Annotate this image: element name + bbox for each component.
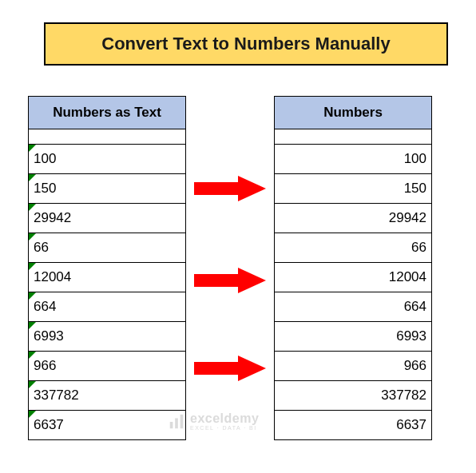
text-column: Numbers as Text 100 150 29942 66 12004 6… [28,96,186,440]
watermark-sub: EXCEL · DATA · BI [190,425,259,431]
page-title: Convert Text to Numbers Manually [44,22,448,66]
spacer [274,129,432,144]
arrow-right-icon [194,268,266,293]
number-column-header: Numbers [274,96,432,129]
text-cell[interactable]: 6637 [28,411,186,440]
text-cell[interactable]: 966 [28,352,186,381]
watermark: exceldemy EXCEL · DATA · BI [168,412,259,431]
text-cell[interactable]: 6993 [28,322,186,352]
number-cell[interactable]: 6637 [274,411,432,440]
text-cell[interactable]: 150 [28,174,186,204]
number-cell[interactable]: 12004 [274,263,432,292]
number-cell[interactable]: 664 [274,292,432,322]
text-cell[interactable]: 337782 [28,381,186,411]
text-column-header: Numbers as Text [28,96,186,129]
text-cell[interactable]: 66 [28,233,186,263]
arrow-right-icon [194,176,266,201]
text-cell[interactable]: 664 [28,292,186,322]
text-cell[interactable]: 29942 [28,204,186,233]
columns-wrap: Numbers as Text 100 150 29942 66 12004 6… [28,96,448,440]
svg-rect-3 [175,418,178,428]
text-cell[interactable]: 100 [28,144,186,174]
number-cell[interactable]: 966 [274,352,432,381]
chart-icon [168,413,185,431]
arrow-right-icon [194,356,266,381]
text-cell[interactable]: 12004 [28,263,186,292]
watermark-main: exceldemy [190,412,259,425]
number-column: Numbers 100 150 29942 66 12004 664 6993 … [274,96,432,440]
number-cell[interactable]: 100 [274,144,432,174]
number-cell[interactable]: 66 [274,233,432,263]
number-cell[interactable]: 150 [274,174,432,204]
svg-rect-4 [180,414,184,427]
svg-rect-2 [170,422,173,428]
number-cell[interactable]: 6993 [274,322,432,352]
number-cell[interactable]: 337782 [274,381,432,411]
number-cell[interactable]: 29942 [274,204,432,233]
spacer [28,129,186,144]
